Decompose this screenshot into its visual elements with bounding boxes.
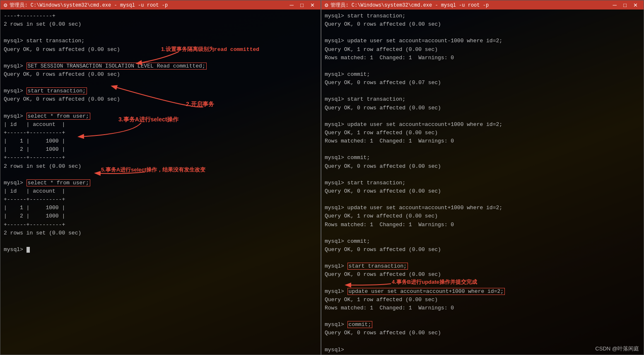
r-line-1: mysql> start transaction; xyxy=(325,12,640,20)
right-cmd-content: mysql> start transaction; Query OK, 0 ro… xyxy=(321,10,644,355)
left-window-controls[interactable]: ─ □ ✕ xyxy=(287,2,317,8)
r-line-26: Rows matched: 1 Changed: 1 Warnings: 0 xyxy=(325,221,640,229)
right-title-left: ⚙ 管理员: C:\Windows\system32\cmd.exe - mys… xyxy=(325,2,489,9)
left-cmd-window: ⚙ 管理员: C:\Windows\system32\cmd.exe - mys… xyxy=(0,0,321,355)
right-cmd-window: ⚙ 管理员: C:\Windows\system32\cmd.exe - mys… xyxy=(321,0,644,355)
left-line-23: +------+----------+ xyxy=(4,196,317,204)
r-line-37 xyxy=(325,312,640,321)
r-line-18: mysql> commit; xyxy=(325,154,640,162)
right-window-controls[interactable]: ─ □ ✕ xyxy=(610,2,640,8)
r-line-4: mysql> update user set account=account-1… xyxy=(325,37,640,45)
set-session-highlight: SET SESSION TRANSACTION ISOLATION LEVEL … xyxy=(27,63,207,70)
right-minimize-button[interactable]: ─ xyxy=(610,2,619,8)
r-line-16: Rows matched: 1 Changed: 1 Warnings: 0 xyxy=(325,137,640,145)
r-line-23 xyxy=(325,196,640,204)
annotation-4: 4.事务B进行update操作并提交完成 xyxy=(392,278,477,286)
left-line-2: 2 rows in set (0.00 sec) xyxy=(4,20,317,29)
r-line-22: Query OK, 0 rows affected (0.00 sec) xyxy=(325,187,640,196)
left-line-29: mysql> xyxy=(4,246,317,254)
right-title-text: 管理员: C:\Windows\system32\cmd.exe - mysql… xyxy=(330,2,489,9)
left-line-27: 2 rows in set (0.00 sec) xyxy=(4,229,317,237)
left-close-button[interactable]: ✕ xyxy=(308,2,317,8)
left-line-5: Query OK, 0 rows affected (0.00 sec) xyxy=(4,46,317,54)
r-line-15: Query OK, 1 row affected (0.00 sec) xyxy=(325,129,640,137)
start-transaction-highlight-left: start transaction; xyxy=(27,87,87,94)
r-line-17 xyxy=(325,145,640,154)
right-title-bar: ⚙ 管理员: C:\Windows\system32\cmd.exe - mys… xyxy=(321,0,644,10)
r-line-14: mysql> update user set account=account+1… xyxy=(325,121,640,129)
r-line-5: Query OK, 1 row affected (0.00 sec) xyxy=(325,46,640,54)
r-line-29: Query OK, 0 rows affected (0.00 sec) xyxy=(325,246,640,254)
left-line-10: mysql> start transaction; xyxy=(4,87,317,95)
left-line-9 xyxy=(4,79,317,87)
r-line-24: mysql> update user set account=account+1… xyxy=(325,204,640,212)
r-line-27 xyxy=(325,229,640,237)
left-title-bar: ⚙ 管理员: C:\Windows\system32\cmd.exe - mys… xyxy=(0,0,321,10)
r-line-30 xyxy=(325,254,640,262)
left-line-18: +------+----------+ xyxy=(4,154,317,162)
cmd-icon-right: ⚙ xyxy=(325,2,328,9)
r-line-6: Rows matched: 1 Changed: 1 Warnings: 0 xyxy=(325,54,640,62)
cursor-left xyxy=(27,247,30,253)
left-line-17: | 2 | 1000 | xyxy=(4,145,317,154)
r-line-38: mysql> commit; xyxy=(325,321,640,329)
left-line-28 xyxy=(4,237,317,246)
right-close-button[interactable]: ✕ xyxy=(631,2,640,8)
r-line-35: Query OK, 1 row affected (0.00 sec) xyxy=(325,296,640,304)
r-line-34: mysql> update user set account=account+1… xyxy=(325,287,640,296)
left-title-text: 管理员: C:\Windows\system32\cmd.exe - mysql… xyxy=(10,2,168,9)
select-user-highlight-1: select * from user; xyxy=(27,113,90,120)
left-line-22: | id | account | xyxy=(4,187,317,196)
left-line-1: ----+----------+ xyxy=(4,12,317,20)
r-line-41: mysql> xyxy=(325,346,640,354)
annotation-3: 3.事务A进行select操作 xyxy=(118,115,178,124)
left-line-15: +------+----------+ xyxy=(4,129,317,137)
annotation-1: 1.设置事务隔离级别为read committed xyxy=(161,45,259,54)
r-line-3 xyxy=(325,29,640,37)
r-line-33 xyxy=(325,279,640,287)
r-line-39: Query OK, 0 rows affected (0.00 sec) xyxy=(325,329,640,337)
r-line-10 xyxy=(325,87,640,95)
r-line-28: mysql> commit; xyxy=(325,237,640,246)
r-line-8: mysql> commit; xyxy=(325,70,640,79)
r-line-11: mysql> start transaction; xyxy=(325,95,640,104)
left-line-3 xyxy=(4,29,317,37)
left-maximize-button[interactable]: □ xyxy=(298,2,306,8)
r-line-2: Query OK, 0 rows affected (0.00 sec) xyxy=(325,20,640,29)
r-line-12: Query OK, 0 rows affected (0.00 sec) xyxy=(325,104,640,112)
left-line-21: mysql> select * from user; xyxy=(4,179,317,187)
r-line-7 xyxy=(325,62,640,70)
r-line-20 xyxy=(325,171,640,179)
select-user-highlight-2: select * from user; xyxy=(27,179,90,186)
start-transaction-highlight-right: start transaction; xyxy=(347,263,408,270)
left-line-11: Query OK, 0 rows affected (0.00 sec) xyxy=(4,95,317,104)
left-title-left: ⚙ 管理员: C:\Windows\system32\cmd.exe - mys… xyxy=(4,2,168,9)
r-line-21: mysql> start transaction; xyxy=(325,179,640,187)
r-line-32: Query OK, 0 rows affected (0.00 sec) xyxy=(325,270,640,279)
left-line-7: mysql> SET SESSION TRANSACTION ISOLATION… xyxy=(4,62,317,70)
cmd-icon-left: ⚙ xyxy=(4,2,7,9)
left-line-25: | 2 | 1000 | xyxy=(4,212,317,220)
left-line-26: +------+----------+ xyxy=(4,221,317,229)
left-line-12 xyxy=(4,104,317,112)
update-highlight-right: update user set account=account+1000 whe… xyxy=(347,288,505,295)
left-minimize-button[interactable]: ─ xyxy=(287,2,296,8)
r-line-13 xyxy=(325,112,640,121)
r-line-9: Query OK, 0 rows affected (0.07 sec) xyxy=(325,79,640,87)
left-line-24: | 1 | 1000 | xyxy=(4,204,317,212)
r-line-31: mysql> start transaction; xyxy=(325,262,640,270)
r-line-25: Query OK, 1 row affected (0.00 sec) xyxy=(325,212,640,220)
r-line-36: Rows matched: 1 Changed: 1 Warnings: 0 xyxy=(325,304,640,312)
annotation-2: 2.开启事务 xyxy=(186,100,214,109)
left-line-4: mysql> start transaction; xyxy=(4,37,317,45)
left-line-8: Query OK, 0 rows affected (0.00 sec) xyxy=(4,70,317,79)
left-cmd-content: ----+----------+ 2 rows in set (0.00 sec… xyxy=(0,10,321,355)
left-line-16: | 1 | 1000 | xyxy=(4,137,317,145)
left-line-6 xyxy=(4,54,317,62)
r-line-19: Query OK, 0 rows affected (0.00 sec) xyxy=(325,162,640,171)
right-maximize-button[interactable]: □ xyxy=(621,2,629,8)
r-line-40 xyxy=(325,337,640,345)
commit-highlight-right: commit; xyxy=(347,321,373,328)
watermark: CSDN @叶落闲庭 xyxy=(595,345,639,353)
annotation-5: 5.事务A进行select操作，结果没有发生改变 xyxy=(101,166,205,174)
